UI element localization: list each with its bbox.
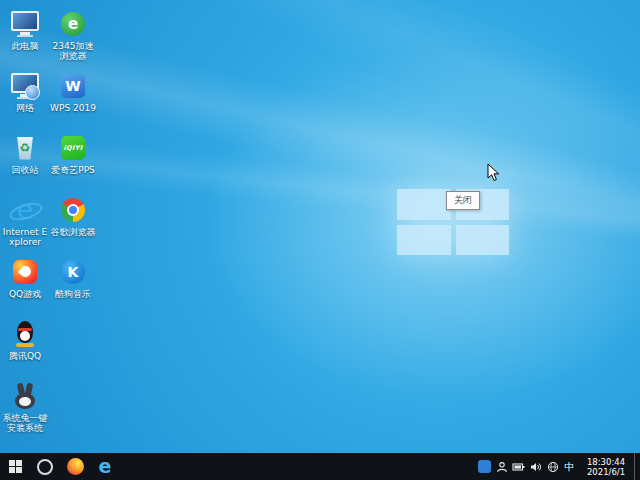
windows-start-icon bbox=[9, 460, 22, 473]
desktop-icon-label: Internet Explorer bbox=[2, 227, 48, 247]
desktop-icon-label: 谷歌浏览器 bbox=[51, 227, 96, 237]
qq-games-icon bbox=[11, 258, 39, 286]
taskbar-clock[interactable]: 18:30:44 2021/6/1 bbox=[578, 457, 634, 477]
network-globe-icon bbox=[547, 461, 559, 473]
iqiyi-wordmark: iQIYI bbox=[61, 136, 85, 160]
input-method-label: 中 bbox=[565, 460, 575, 474]
desktop-icon-wps-2019[interactable]: W WPS 2019 bbox=[50, 72, 96, 113]
recycle-bin-icon: ♻ bbox=[11, 134, 39, 162]
cortana-icon bbox=[37, 459, 53, 475]
tray-input-indicator[interactable]: 中 bbox=[561, 453, 578, 480]
cortana-button[interactable] bbox=[30, 453, 60, 480]
firefox-taskbar-button[interactable] bbox=[60, 453, 90, 480]
kugou-icon: K bbox=[59, 258, 87, 286]
edge-icon: e bbox=[99, 457, 112, 476]
desktop-icon-label: 酷狗音乐 bbox=[55, 289, 91, 299]
firefox-icon bbox=[67, 458, 84, 475]
desktop-icon-2345-browser[interactable]: e 2345加速浏览器 bbox=[50, 10, 96, 61]
desktop-icon-internet-explorer[interactable]: e Internet Explorer bbox=[2, 196, 48, 247]
iqiyi-icon: iQIYI bbox=[59, 134, 87, 162]
desktop-icon-label: QQ游戏 bbox=[9, 289, 41, 299]
mouse-cursor bbox=[487, 163, 501, 183]
start-button[interactable] bbox=[0, 453, 30, 480]
tray-volume-button[interactable] bbox=[527, 453, 544, 480]
desktop-icon-label: 回收站 bbox=[12, 165, 39, 175]
rabbit-icon bbox=[11, 382, 39, 410]
2345-e-glyph: e bbox=[61, 12, 85, 36]
desktop-icon-xitongtu-installer[interactable]: 系统兔一键安装系统 bbox=[2, 382, 48, 433]
tray-network-button[interactable] bbox=[544, 453, 561, 480]
desktop-icon-recycle-bin[interactable]: ♻ 回收站 bbox=[2, 134, 48, 175]
wallpaper-light-beam bbox=[0, 0, 640, 277]
windows-logo-pane bbox=[397, 189, 451, 220]
wallpaper-light-beam bbox=[0, 116, 640, 262]
desktop-icon-kugou-music[interactable]: K 酷狗音乐 bbox=[50, 258, 96, 299]
windows-logo-pane bbox=[397, 225, 451, 256]
recycle-symbol: ♻ bbox=[20, 142, 31, 154]
chrome-icon bbox=[59, 196, 87, 224]
desktop-icon-label: 网络 bbox=[16, 103, 34, 113]
globe-icon bbox=[25, 85, 40, 100]
desktop-icon-iqiyi-pps[interactable]: iQIYI 爱奇艺PPS bbox=[50, 134, 96, 175]
tooltip: 关闭 bbox=[446, 191, 480, 210]
battery-icon bbox=[512, 461, 525, 473]
blue-app-icon bbox=[478, 460, 491, 473]
desktop: 此电脑 网络 ♻ 回收站 e Internet Explorer QQ游戏 腾讯… bbox=[0, 0, 640, 480]
internet-explorer-icon: e bbox=[11, 196, 39, 224]
show-desktop-button[interactable] bbox=[634, 453, 640, 480]
2345-browser-icon: e bbox=[59, 10, 87, 38]
wps-w-glyph: W bbox=[61, 74, 85, 98]
desktop-icon-chrome[interactable]: 谷歌浏览器 bbox=[50, 196, 96, 237]
tray-battery-button[interactable] bbox=[510, 453, 527, 480]
wps-icon: W bbox=[59, 72, 87, 100]
desktop-icon-label: WPS 2019 bbox=[50, 103, 96, 113]
this-pc-icon bbox=[11, 10, 39, 38]
windows-logo-pane bbox=[456, 225, 510, 256]
desktop-icon-this-pc[interactable]: 此电脑 bbox=[2, 10, 48, 51]
wallpaper-light-beam bbox=[0, 0, 640, 301]
desktop-icon-label: 腾讯QQ bbox=[9, 351, 41, 361]
person-icon bbox=[496, 461, 508, 473]
kugou-k-glyph: K bbox=[61, 260, 85, 284]
clock-time: 18:30:44 bbox=[587, 457, 625, 467]
edge-taskbar-button[interactable]: e bbox=[90, 453, 120, 480]
desktop-icon-label: 2345加速浏览器 bbox=[50, 41, 96, 61]
desktop-icon-tencent-qq[interactable]: 腾讯QQ bbox=[2, 320, 48, 361]
taskbar: e bbox=[0, 453, 640, 480]
clock-date: 2021/6/1 bbox=[587, 467, 625, 477]
desktop-icon-label: 此电脑 bbox=[12, 41, 39, 51]
system-tray: 中 18:30:44 2021/6/1 bbox=[476, 453, 640, 480]
desktop-icon-qq-games[interactable]: QQ游戏 bbox=[2, 258, 48, 299]
tray-app-button[interactable] bbox=[476, 453, 493, 480]
desktop-icon-label: 爱奇艺PPS bbox=[51, 165, 95, 175]
tray-people-button[interactable] bbox=[493, 453, 510, 480]
desktop-icon-network[interactable]: 网络 bbox=[2, 72, 48, 113]
desktop-icon-label: 系统兔一键安装系统 bbox=[2, 413, 48, 433]
speaker-icon bbox=[530, 461, 542, 473]
network-icon bbox=[11, 72, 39, 100]
qq-penguin-icon bbox=[11, 320, 39, 348]
